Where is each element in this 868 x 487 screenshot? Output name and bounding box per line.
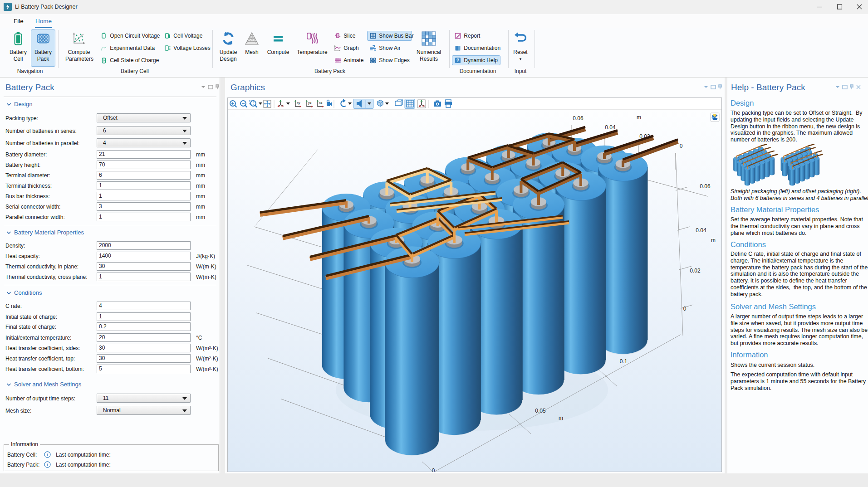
svg-text:i: i [47, 463, 48, 467]
svg-text:0.02: 0.02 [639, 133, 650, 140]
svg-text:0.04: 0.04 [696, 227, 706, 234]
svg-text:0: 0 [680, 143, 683, 149]
svg-text:m: m [637, 114, 641, 121]
svg-text:0.06: 0.06 [573, 115, 584, 122]
svg-text:xz: xz [319, 101, 323, 105]
svg-text:0.02: 0.02 [690, 268, 701, 274]
svg-text:0.04: 0.04 [605, 124, 616, 131]
svg-text:i: i [47, 453, 48, 457]
svg-text:m: m [711, 237, 716, 244]
svg-text:?: ? [456, 58, 459, 63]
svg-text:yz: yz [308, 101, 312, 105]
svg-text:m: m [559, 415, 563, 421]
svg-text:0: 0 [683, 306, 687, 312]
svg-text:xy: xy [297, 101, 300, 105]
svg-text:0.06: 0.06 [700, 183, 711, 190]
svg-text:0.1: 0.1 [620, 358, 628, 365]
svg-text:0.05: 0.05 [535, 408, 546, 414]
svg-text:0: 0 [432, 468, 435, 472]
